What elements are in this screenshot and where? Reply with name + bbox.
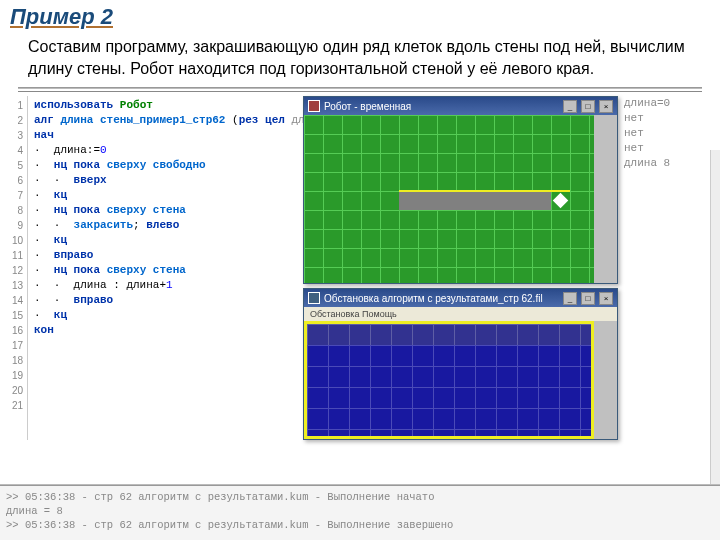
wall-segment	[399, 190, 570, 192]
line-number: 3	[0, 128, 27, 143]
code-line[interactable]: · нц пока сверху стена	[34, 263, 299, 278]
code-line[interactable]: · нц пока сверху свободно	[34, 158, 299, 173]
line-number: 21	[0, 398, 27, 413]
code-line[interactable]: · кц	[34, 308, 299, 323]
page-title: Пример 2	[10, 4, 710, 30]
close-button[interactable]: ×	[599, 100, 613, 113]
scrollbar[interactable]	[710, 150, 720, 484]
robot-window-titlebar[interactable]: Робот - временная _ □ ×	[304, 97, 617, 115]
console-line: >> 05:36:38 - стр 62 алгоритм с результа…	[6, 490, 714, 504]
code-line[interactable]: · нц пока сверху стена	[34, 203, 299, 218]
line-number: 20	[0, 383, 27, 398]
robot-window: Робот - временная _ □ ×	[303, 96, 618, 284]
line-number: 2	[0, 113, 27, 128]
close-button[interactable]: ×	[599, 292, 613, 305]
minimize-button[interactable]: _	[563, 100, 577, 113]
annotation-line: нет	[624, 126, 720, 141]
line-number-gutter: 123456789101112131415161718192021	[0, 96, 28, 440]
code-editor[interactable]: использовать Роботалг длина стены_пример…	[28, 96, 303, 440]
workspace: 123456789101112131415161718192021 исполь…	[0, 96, 720, 440]
line-number: 9	[0, 218, 27, 233]
code-line[interactable]: · длина:=0	[34, 143, 299, 158]
line-number: 1	[0, 98, 27, 113]
app-icon	[308, 292, 320, 304]
page-description: Составим программу, закрашивающую один р…	[0, 30, 720, 87]
line-number: 10	[0, 233, 27, 248]
line-number: 7	[0, 188, 27, 203]
line-number: 6	[0, 173, 27, 188]
code-line[interactable]: · кц	[34, 188, 299, 203]
line-number: 19	[0, 368, 27, 383]
code-line[interactable]: · · вверх	[34, 173, 299, 188]
maximize-button[interactable]: □	[581, 292, 595, 305]
annotation-line: длина=0	[624, 96, 720, 111]
line-number: 11	[0, 248, 27, 263]
environment-canvas[interactable]	[304, 321, 594, 439]
console-line: длина = 8	[6, 504, 714, 518]
console-line: >> 05:36:38 - стр 62 алгоритм с результа…	[6, 518, 714, 532]
code-line[interactable]: · кц	[34, 233, 299, 248]
code-line[interactable]: кон	[34, 323, 299, 338]
code-line[interactable]: · · вправо	[34, 293, 299, 308]
code-line[interactable]: нач	[34, 128, 299, 143]
code-line[interactable]: · · закрасить; влево	[34, 218, 299, 233]
divider	[18, 91, 702, 92]
window-title: Робот - временная	[324, 101, 411, 112]
app-icon	[308, 100, 320, 112]
robot-field-canvas[interactable]	[304, 115, 594, 283]
minimize-button[interactable]: _	[563, 292, 577, 305]
environment-grid	[304, 321, 594, 439]
code-line[interactable]: использовать Робот	[34, 98, 299, 113]
line-number: 8	[0, 203, 27, 218]
code-line[interactable]: · вправо	[34, 248, 299, 263]
annotation-line: нет	[624, 141, 720, 156]
line-number: 17	[0, 338, 27, 353]
menu-bar[interactable]: Обстановка Помощь	[304, 307, 617, 321]
code-line[interactable]: · · длина : длина+1	[34, 278, 299, 293]
line-number: 12	[0, 263, 27, 278]
annotation-line: нет	[624, 111, 720, 126]
line-number: 18	[0, 353, 27, 368]
painted-cells	[399, 191, 551, 210]
line-number: 16	[0, 323, 27, 338]
environment-window: Обстановка алгоритм с результатами_стр 6…	[303, 288, 618, 440]
maximize-button[interactable]: □	[581, 100, 595, 113]
environment-window-titlebar[interactable]: Обстановка алгоритм с результатами_стр 6…	[304, 289, 617, 307]
output-console[interactable]: >> 05:36:38 - стр 62 алгоритм с результа…	[0, 486, 720, 540]
line-number: 15	[0, 308, 27, 323]
code-line[interactable]: алг длина стены_пример1_стр62 (рез цел д…	[34, 113, 299, 128]
window-title: Обстановка алгоритм с результатами_стр 6…	[324, 293, 543, 304]
line-number: 4	[0, 143, 27, 158]
line-number: 14	[0, 293, 27, 308]
runtime-annotations: длина=0нетнетнетдлина 8	[620, 96, 720, 440]
line-number: 13	[0, 278, 27, 293]
annotation-line: длина 8	[624, 156, 720, 171]
divider	[18, 87, 702, 89]
line-number: 5	[0, 158, 27, 173]
highlight-row	[307, 324, 591, 345]
